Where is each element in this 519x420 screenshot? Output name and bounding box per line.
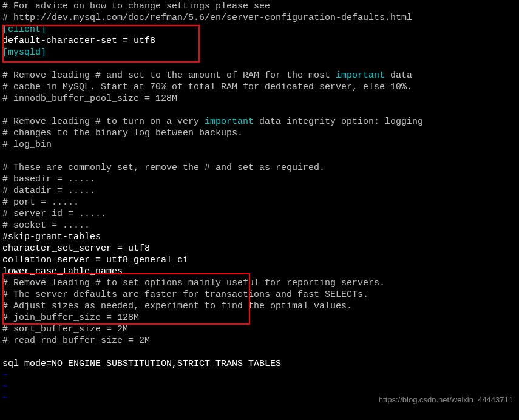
comment-line: # The server defaults are faster for tra… (2, 290, 517, 301)
blank-line (2, 59, 517, 70)
comment-line: # cache in MySQL. Start at 70% of total … (2, 82, 517, 93)
blank-line (2, 105, 517, 117)
config-file-editor: # For advice on how to change settings p… (0, 0, 519, 406)
vim-tilde-line: ~ (2, 382, 517, 393)
config-collation-server: collation_server = utf8_general_ci (2, 255, 517, 266)
comment-join-buffer: # join_buffer_size = 128M (2, 313, 517, 324)
watermark-text: https://blog.csdn.net/weixin_44443711 (379, 395, 513, 405)
comment-datadir: # datadir = ..... (2, 186, 517, 197)
keyword-important: important (336, 70, 385, 81)
keyword-important: important (205, 117, 254, 127)
comment-log-bin: # log_bin (2, 140, 517, 151)
comment-line: # Remove leading # and set to the amount… (2, 70, 517, 82)
client-section-header: [client] (2, 24, 517, 36)
comment-read-rnd-buffer: # read_rnd_buffer_size = 2M (2, 336, 517, 347)
comment-sort-buffer: # sort_buffer_size = 2M (2, 324, 517, 336)
blank-line (2, 151, 517, 163)
comment-text: data (385, 70, 412, 81)
comment-basedir: # basedir = ..... (2, 174, 517, 186)
comment-line: # Adjust sizes as needed, experiment to … (2, 301, 517, 313)
blank-line (2, 347, 517, 359)
comment-port: # port = ..... (2, 197, 517, 209)
comment-line: # For advice on how to change settings p… (2, 1, 517, 13)
vim-tilde-line: ~ (2, 370, 517, 382)
comment-innodb-buffer: # innodb_buffer_pool_size = 128M (2, 93, 517, 105)
doc-url[interactable]: http://dev.mysql.com/doc/refman/5.6/en/s… (13, 13, 412, 23)
comment-text: data integrity option: logging (254, 117, 423, 127)
comment-url-line: # http://dev.mysql.com/doc/refman/5.6/en… (2, 13, 517, 24)
config-character-set-server: character_set_server = utf8 (2, 243, 517, 255)
config-lower-case-table-names: lower_case_table_names (2, 266, 517, 278)
mysqld-section-header: [mysqld] (2, 47, 517, 59)
comment-socket: # socket = ..... (2, 220, 517, 232)
comment-line: # changes to the binary log between back… (2, 128, 517, 140)
config-default-charset: default-character-set = utf8 (2, 36, 517, 47)
config-skip-grant-tables: #skip-grant-tables (2, 232, 517, 243)
hash-prefix: # (2, 13, 13, 23)
comment-server-id: # server_id = ..... (2, 209, 517, 220)
comment-text: # Remove leading # to turn on a very (2, 117, 205, 127)
comment-line: # Remove leading # to turn on a very imp… (2, 117, 517, 128)
comment-text: # Remove leading # and set to the amount… (2, 70, 336, 81)
config-sql-mode: sql_mode=NO_ENGINE_SUBSTITUTION,STRICT_T… (2, 359, 517, 370)
comment-line: # These are commonly set, remove the # a… (2, 163, 517, 174)
comment-line: # Remove leading # to set options mainly… (2, 278, 517, 290)
